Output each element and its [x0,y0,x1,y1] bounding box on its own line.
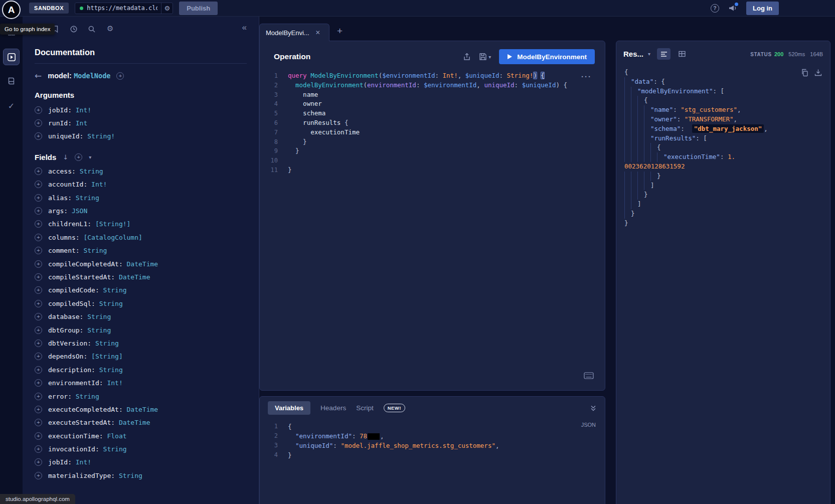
field-row[interactable]: +dbtVersion: String [35,337,247,350]
add-to-query-button[interactable]: + [35,406,42,413]
add-to-query-button[interactable]: + [35,247,42,254]
field-row[interactable]: +executeCompletedAt: DateTime [35,403,247,416]
add-to-query-button[interactable]: + [35,458,42,466]
tab-script[interactable]: Script [356,404,374,412]
tree-view-button[interactable] [657,48,671,60]
collapse-panel-icon[interactable]: « [242,23,247,33]
field-row[interactable]: +invocationId: String [35,442,247,455]
save-button[interactable]: ▾ [479,53,491,61]
help-icon[interactable]: ? [711,4,719,13]
field-row[interactable]: +error: String [35,390,247,403]
argument-row[interactable]: +uniqueId: String! [35,130,247,143]
add-to-query-button[interactable]: + [35,419,42,426]
announcements-icon[interactable] [728,4,737,12]
login-button[interactable]: Log in [746,2,779,15]
field-row[interactable]: +compiledSql: String [35,297,247,310]
add-to-query-button[interactable]: + [35,119,42,127]
doc-settings-icon[interactable]: ⚙ [107,24,113,33]
table-view-button[interactable] [675,48,689,60]
add-to-query-button[interactable]: + [35,207,42,215]
add-all-fields-button[interactable]: + [75,153,82,161]
sort-icon[interactable]: ↓ [63,153,68,161]
explorer-tool-button[interactable] [3,49,20,65]
add-to-query-button[interactable]: + [35,432,42,440]
keyboard-shortcuts-icon[interactable] [584,372,594,379]
field-row[interactable]: +environmentId: Int! [35,376,247,389]
field-row[interactable]: +executionTime: Float [35,429,247,442]
add-to-query-button[interactable]: + [35,393,42,400]
query-editor[interactable]: 1query ModelByEnvironment($environmentId… [260,71,605,175]
collapse-variables-icon[interactable] [590,405,597,412]
operation-tab[interactable]: ModelByEnvi... ✕ [259,24,329,41]
add-to-query-button[interactable]: + [35,313,42,320]
add-to-query-button[interactable]: + [35,326,42,334]
publish-button[interactable]: Publish [179,2,218,15]
endpoint-url-input[interactable]: https://metadata.cloud.get ⚙ [75,3,173,14]
checks-tool-button[interactable]: ✓ [3,98,20,114]
field-row[interactable]: +args: JSON [35,204,247,217]
field-row[interactable]: +alias: String [35,191,247,204]
add-to-query-button[interactable]: + [35,181,42,188]
field-row[interactable]: +dependsOn: [String] [35,350,247,363]
query-editor-lines[interactable]: 1query ModelByEnvironment($environmentId… [260,71,605,175]
add-to-query-button[interactable]: + [35,445,42,453]
add-to-query-button[interactable]: + [35,273,42,281]
argument-row[interactable]: +jobId: Int! [35,103,247,116]
response-dropdown-icon[interactable]: ▾ [648,51,650,57]
add-to-query-button[interactable]: + [35,132,42,140]
add-to-query-button[interactable]: + [35,220,42,228]
add-to-query-button[interactable]: + [35,340,42,347]
add-to-query-button[interactable]: + [35,106,42,114]
add-to-query-button[interactable]: + [35,379,42,387]
field-row[interactable]: +executeStartedAt: DateTime [35,416,247,429]
add-to-query-button[interactable]: + [35,234,42,241]
add-type-button[interactable]: + [116,72,124,80]
code-line: 7 executionTime [260,128,605,137]
apollo-logo[interactable]: A [2,1,21,19]
back-icon[interactable]: ← [35,71,42,81]
field-row[interactable]: +access: String [35,164,247,178]
field-row[interactable]: +compiledCode: String [35,284,247,297]
code-line: 11} [260,165,605,175]
field-row[interactable]: +jobId: Int! [35,456,247,469]
more-options-icon[interactable]: ··· [581,72,592,81]
field-row[interactable]: +columns: [CatalogColumn] [35,231,247,244]
add-to-query-button[interactable]: + [35,167,42,175]
schema-tool-button[interactable] [3,73,20,89]
add-to-query-button[interactable]: + [35,472,42,479]
chevron-down-icon[interactable]: ▾ [89,154,91,160]
add-to-query-button[interactable]: + [35,260,42,268]
field-row[interactable]: +accountId: Int! [35,178,247,191]
field-row[interactable]: +compileCompletedAt: DateTime [35,257,247,270]
add-to-query-button[interactable]: + [35,300,42,307]
close-tab-icon[interactable]: ✕ [315,29,320,36]
field-row[interactable]: +materializedType: String [35,469,247,482]
new-tab-button[interactable]: + [337,26,343,37]
download-icon[interactable] [814,69,822,77]
copy-icon[interactable] [801,69,808,77]
field-row[interactable]: +compileStartedAt: DateTime [35,270,247,283]
field-row[interactable]: +comment: String [35,244,247,257]
add-to-query-button[interactable]: + [35,353,42,360]
field-signature: comment: String [48,247,107,254]
save-dropdown-icon[interactable]: ▾ [488,54,491,60]
search-icon[interactable] [88,25,96,33]
tab-headers[interactable]: Headers [320,404,346,412]
add-to-query-button[interactable]: + [35,194,42,202]
share-icon[interactable] [463,53,471,61]
response-json-lines: {"data": {"modelByEnvironment": [{"name"… [623,68,823,228]
variables-editor-lines[interactable]: 1{2 "environmentId": 78,3 "uniqueId": "m… [260,422,605,460]
topbar-right: ? Log in [711,2,779,15]
field-row[interactable]: +dbtGroup: String [35,323,247,337]
argument-row[interactable]: +runId: Int [35,116,247,129]
add-to-query-button[interactable]: + [35,286,42,294]
field-row[interactable]: +database: String [35,310,247,323]
history-icon[interactable] [70,25,78,33]
endpoint-settings-icon[interactable]: ⚙ [161,3,173,14]
add-to-query-button[interactable]: + [35,366,42,374]
variables-editor[interactable]: JSON 1{2 "environmentId": 78,3 "uniqueId… [260,419,605,460]
tab-variables[interactable]: Variables [268,401,310,415]
field-row[interactable]: +childrenL1: [String!] [35,218,247,231]
field-row[interactable]: +description: String [35,363,247,376]
run-operation-button[interactable]: ModelByEnvironment [499,49,595,64]
